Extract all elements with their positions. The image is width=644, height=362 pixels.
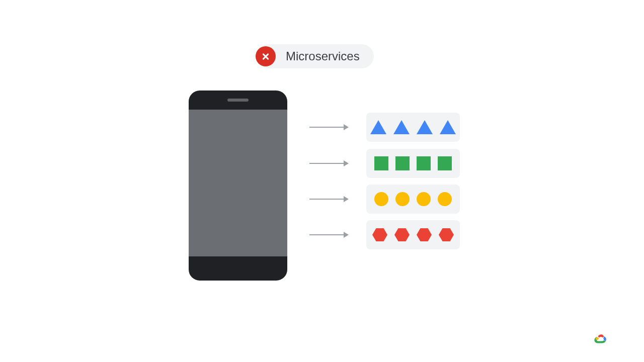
triangle-icon xyxy=(393,120,410,134)
square-icon xyxy=(374,156,388,170)
square-icon xyxy=(438,156,452,170)
service-box-circles xyxy=(366,185,460,214)
square-icon xyxy=(395,156,410,170)
circle-icon xyxy=(374,192,388,206)
phone-screen xyxy=(189,110,287,256)
service-box-triangles xyxy=(366,113,460,142)
title-label: Microservices xyxy=(286,49,360,63)
phone-speaker xyxy=(227,99,249,102)
arrow-icon xyxy=(309,163,348,164)
square-icon xyxy=(417,156,431,170)
triangle-icon xyxy=(417,120,433,134)
circle-icon xyxy=(417,192,431,206)
phone-illustration xyxy=(189,90,287,281)
hexagon-icon xyxy=(417,228,432,241)
arrow-icon xyxy=(309,234,348,235)
google-cloud-logo-icon xyxy=(593,333,608,346)
service-box-hexagons xyxy=(366,220,460,249)
hexagon-icon xyxy=(372,228,387,241)
triangle-icon xyxy=(440,120,456,134)
circle-icon xyxy=(395,192,410,206)
hexagon-icon xyxy=(394,228,410,241)
error-icon xyxy=(256,46,276,66)
hexagon-icon xyxy=(439,228,454,241)
arrow-icon xyxy=(309,199,348,200)
circle-icon xyxy=(438,192,452,206)
arrow-icon xyxy=(309,127,348,128)
triangle-icon xyxy=(370,120,386,134)
service-box-squares xyxy=(366,149,460,178)
title-badge: Microservices xyxy=(257,44,374,68)
